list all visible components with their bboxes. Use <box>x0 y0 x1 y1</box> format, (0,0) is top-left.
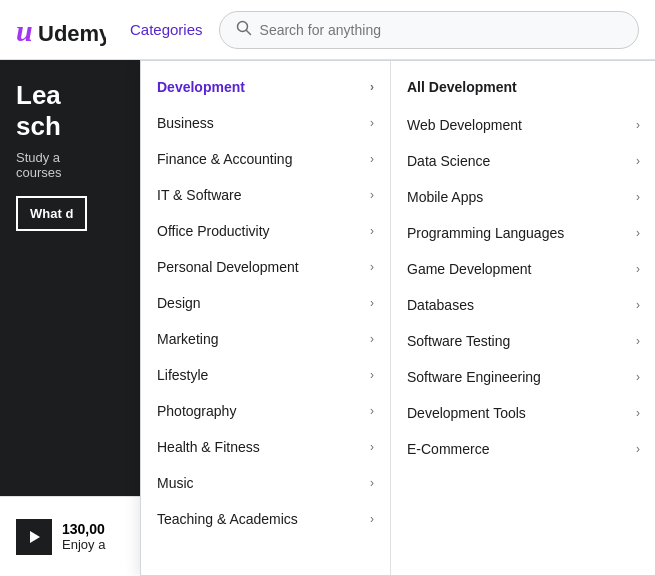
search-icon <box>236 20 252 40</box>
dropdown-right-item-software-testing[interactable]: Software Testing› <box>391 323 655 359</box>
chevron-right-icon: › <box>636 154 640 168</box>
chevron-right-icon: › <box>636 262 640 276</box>
search-input[interactable] <box>260 22 622 38</box>
chevron-right-icon: › <box>636 406 640 420</box>
chevron-right-icon: › <box>370 188 374 202</box>
dropdown-right-label: All Development <box>407 79 517 95</box>
chevron-right-icon: › <box>636 118 640 132</box>
chevron-right-icon: › <box>370 116 374 130</box>
dropdown-right-item-programming[interactable]: Programming Languages› <box>391 215 655 251</box>
svg-marker-4 <box>30 531 40 543</box>
search-bar <box>219 11 639 49</box>
bottom-bar: 130,00 Enjoy a <box>0 496 140 576</box>
chevron-right-icon: › <box>370 476 374 490</box>
dropdown-right-label: Databases <box>407 297 474 313</box>
dropdown-right-item-mobile-apps[interactable]: Mobile Apps› <box>391 179 655 215</box>
dropdown-left-item-it-software[interactable]: IT & Software› <box>141 177 390 213</box>
dropdown-left-item-finance[interactable]: Finance & Accounting› <box>141 141 390 177</box>
dropdown-right-item-web-dev[interactable]: Web Development› <box>391 107 655 143</box>
chevron-right-icon: › <box>636 442 640 456</box>
chevron-right-icon: › <box>370 152 374 166</box>
dropdown-left-item-lifestyle[interactable]: Lifestyle› <box>141 357 390 393</box>
chevron-right-icon: › <box>636 298 640 312</box>
chevron-right-icon: › <box>636 370 640 384</box>
bottom-description: Enjoy a <box>62 537 105 552</box>
dropdown-left-label: Design <box>157 295 201 311</box>
play-icon <box>16 519 52 555</box>
dropdown-left-item-office[interactable]: Office Productivity› <box>141 213 390 249</box>
chevron-right-icon: › <box>370 224 374 238</box>
logo[interactable]: u Udemy <box>16 13 106 47</box>
chevron-right-icon: › <box>370 260 374 274</box>
dropdown-left-label: Music <box>157 475 194 491</box>
dropdown-left-label: Development <box>157 79 245 95</box>
chevron-right-icon: › <box>370 332 374 346</box>
dropdown-right-item-software-eng[interactable]: Software Engineering› <box>391 359 655 395</box>
dropdown-left-label: Marketing <box>157 331 218 347</box>
hero-title: Lea sch <box>16 80 87 142</box>
chevron-right-icon: › <box>370 296 374 310</box>
chevron-right-icon: › <box>370 404 374 418</box>
svg-line-3 <box>246 30 250 34</box>
dropdown-right-label: Software Testing <box>407 333 510 349</box>
chevron-right-icon: › <box>370 368 374 382</box>
chevron-right-icon: › <box>636 226 640 240</box>
dropdown-right-label: Mobile Apps <box>407 189 483 205</box>
what-button[interactable]: What d <box>16 196 87 231</box>
svg-text:Udemy: Udemy <box>38 21 106 46</box>
dropdown-left-item-development[interactable]: Development› <box>141 69 390 105</box>
dropdown-left-item-business[interactable]: Business› <box>141 105 390 141</box>
dropdown-right-label: E-Commerce <box>407 441 489 457</box>
dropdown-left-label: Office Productivity <box>157 223 270 239</box>
chevron-right-icon: › <box>636 334 640 348</box>
dropdown-right-label: Data Science <box>407 153 490 169</box>
dropdown-left-item-marketing[interactable]: Marketing› <box>141 321 390 357</box>
dropdown-left-item-music[interactable]: Music› <box>141 465 390 501</box>
dropdown-right-item-databases[interactable]: Databases› <box>391 287 655 323</box>
svg-text:u: u <box>16 14 33 47</box>
dropdown-left-item-design[interactable]: Design› <box>141 285 390 321</box>
categories-button[interactable]: Categories <box>130 21 203 38</box>
hero-content: Lea sch Study a courses What d <box>16 80 87 231</box>
dropdown-left-label: Personal Development <box>157 259 299 275</box>
chevron-right-icon: › <box>370 512 374 526</box>
dropdown-right-label: Software Engineering <box>407 369 541 385</box>
dropdown-left-item-health[interactable]: Health & Fitness› <box>141 429 390 465</box>
header: u Udemy Categories <box>0 0 655 60</box>
chevron-right-icon: › <box>370 440 374 454</box>
dropdown-left-item-teaching[interactable]: Teaching & Academics› <box>141 501 390 537</box>
dropdown-left-label: IT & Software <box>157 187 242 203</box>
dropdown-right-label: Web Development <box>407 117 522 133</box>
dropdown-right-item-data-science[interactable]: Data Science› <box>391 143 655 179</box>
course-count: 130,00 <box>62 521 105 537</box>
dropdown-right-item-game-dev[interactable]: Game Development› <box>391 251 655 287</box>
dropdown-left-item-photography[interactable]: Photography› <box>141 393 390 429</box>
hero-subtitle: Study a courses <box>16 150 87 180</box>
dropdown-right-label: Game Development <box>407 261 532 277</box>
dropdown-right-item-ecommerce[interactable]: E-Commerce› <box>391 431 655 467</box>
dropdown-left-item-personal-dev[interactable]: Personal Development› <box>141 249 390 285</box>
dropdown-right-item-all-dev[interactable]: All Development <box>391 69 655 107</box>
dropdown-right-label: Programming Languages <box>407 225 564 241</box>
chevron-right-icon: › <box>370 80 374 94</box>
dropdown-left-label: Business <box>157 115 214 131</box>
bottom-info: 130,00 Enjoy a <box>62 521 105 552</box>
dropdown-right-item-dev-tools[interactable]: Development Tools› <box>391 395 655 431</box>
dropdown-left-label: Teaching & Academics <box>157 511 298 527</box>
dropdown-left-label: Photography <box>157 403 236 419</box>
dropdown-left-label: Finance & Accounting <box>157 151 292 167</box>
dropdown-left-label: Health & Fitness <box>157 439 260 455</box>
dropdown-left-label: Lifestyle <box>157 367 208 383</box>
dropdown-left-column: Development›Business›Finance & Accountin… <box>141 61 391 575</box>
dropdown-right-label: Development Tools <box>407 405 526 421</box>
chevron-right-icon: › <box>636 190 640 204</box>
dropdown-right-column: All DevelopmentWeb Development›Data Scie… <box>391 61 655 575</box>
categories-dropdown: Development›Business›Finance & Accountin… <box>140 60 655 576</box>
